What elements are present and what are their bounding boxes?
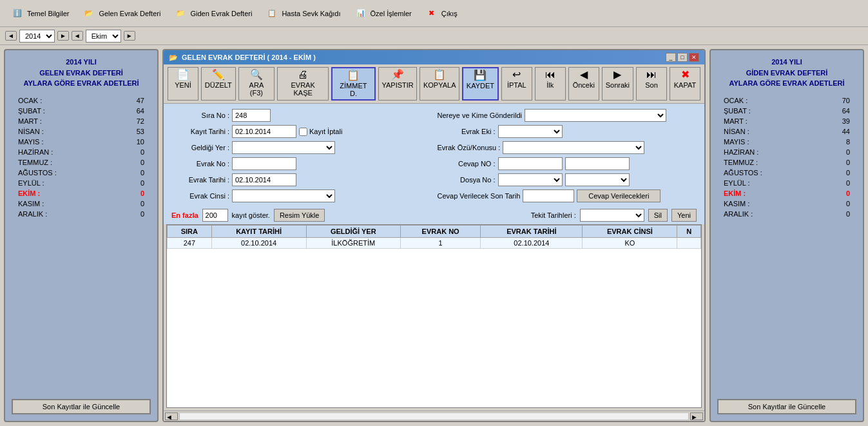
tool-ara[interactable]: 🔍 ARA (F3) bbox=[238, 67, 275, 101]
year-prev-btn[interactable]: ◄ bbox=[5, 31, 17, 41]
kayit-iptali-checkbox[interactable] bbox=[299, 128, 307, 136]
dosya-no-select1[interactable] bbox=[498, 173, 563, 186]
cevap-no-row: Cevap NO : bbox=[438, 157, 697, 170]
col-evrak-cinsi: EVRAK CİNSİ bbox=[583, 226, 677, 238]
table-header-row: SIRA KAYIT TARİHİ GELDİĞİ YER EVRAK NO E… bbox=[168, 226, 701, 238]
kayit-iptali-label: Kayıt İptali bbox=[299, 128, 342, 136]
right-month-item: MART :39 bbox=[717, 116, 856, 126]
tool-sonraki[interactable]: ▶ Sonraki bbox=[602, 67, 633, 101]
zimmet-icon: 📋 bbox=[347, 70, 360, 81]
evrak-ozu-select[interactable] bbox=[503, 141, 644, 154]
left-update-btn-container: Son Kayıtlar ile Güncelle bbox=[12, 392, 151, 414]
kayit-tarihi-input[interactable] bbox=[232, 125, 296, 138]
evrak-eki-row: Evrak Eki : bbox=[438, 125, 697, 138]
month-prev-btn[interactable]: ◄ bbox=[72, 31, 83, 41]
menu-hasta-sevk[interactable]: 📋 Hasta Sevk Kağıdı bbox=[260, 5, 345, 23]
geldigi-yer-row: Geldiği Yer : bbox=[171, 141, 431, 154]
geldigi-yer-select[interactable] bbox=[232, 141, 335, 154]
sira-no-input[interactable] bbox=[232, 109, 271, 122]
en-fazla-label: En fazla bbox=[171, 211, 198, 219]
kayit-goster-label: kayıt göster. bbox=[232, 211, 270, 219]
left-month-item: HAZİRAN :0 bbox=[12, 147, 151, 157]
evrak-tarihi-row: Evrak Tarihi : bbox=[171, 173, 431, 186]
table-row[interactable]: 247 02.10.2014 İLKÖĞRETİM 1 02.10.2014 K… bbox=[168, 238, 701, 249]
modal-title: GELEN EVRAK DEFTERİ ( 2014 - EKİM ) bbox=[182, 53, 316, 61]
save-icon: 💾 bbox=[474, 70, 487, 81]
tekit-label: Tekit Tarihleri : bbox=[531, 211, 576, 219]
menu-temel-bilgiler[interactable]: ℹ️ Temel Bilgiler bbox=[5, 5, 74, 23]
hscroll-track[interactable] bbox=[179, 412, 689, 420]
tool-iptal[interactable]: ↩ İPTAL bbox=[501, 67, 532, 101]
tool-evrak-kase[interactable]: 🖨 EVRAK KAŞE bbox=[277, 67, 329, 101]
chart-icon: 📊 bbox=[354, 6, 368, 21]
month-next-btn[interactable]: ► bbox=[124, 31, 135, 41]
tekit-select[interactable] bbox=[580, 209, 644, 222]
stamp-icon: 🖨 bbox=[298, 70, 308, 80]
right-month-item: ŞUBAT :64 bbox=[717, 106, 856, 116]
hscroll-left-btn[interactable]: ◄ bbox=[165, 412, 178, 420]
tool-kapat[interactable]: ✖ KAPAT bbox=[670, 67, 700, 101]
last-icon: ⏭ bbox=[646, 70, 657, 80]
tool-duzelt[interactable]: ✏️ DÜZELT bbox=[201, 67, 236, 101]
restore-btn[interactable]: □ bbox=[677, 53, 688, 62]
resim-yukle-btn[interactable]: Resim Yükle bbox=[274, 209, 325, 222]
cevap-no-input2[interactable] bbox=[565, 157, 630, 170]
left-month-item: ŞUBAT :64 bbox=[12, 106, 151, 116]
evrak-no-input[interactable] bbox=[232, 157, 296, 170]
folder-open-icon: 📂 bbox=[82, 6, 96, 21]
evrak-cinsi-select[interactable] bbox=[232, 189, 335, 202]
col-geldigi-yer: GELDİĞİ YER bbox=[306, 226, 400, 238]
tool-son[interactable]: ⏭ Son bbox=[636, 67, 667, 101]
sil-btn[interactable]: Sil bbox=[648, 209, 668, 222]
right-month-item: EYLÜL :0 bbox=[717, 178, 856, 188]
enfazla-tekit-row: En fazla kayıt göster. Resim Yükle Tekit… bbox=[164, 208, 704, 224]
dosya-no-select2[interactable] bbox=[565, 173, 630, 186]
modal-title-icon: 📂 bbox=[169, 53, 178, 62]
dosya-no-label: Dosya No : bbox=[438, 176, 496, 184]
evrak-cinsi-row: Evrak Cinsi : bbox=[171, 189, 431, 202]
main-area: 2014 YILI GELEN EVRAK DEFTERİ AYLARA GÖR… bbox=[0, 45, 868, 426]
left-month-item: EKİM :0 bbox=[12, 188, 151, 198]
hscroll-right-btn[interactable]: ► bbox=[690, 412, 703, 420]
nereye-row: Nereye ve Kime Gönderildi bbox=[438, 109, 697, 122]
evrak-eki-select[interactable] bbox=[498, 125, 563, 138]
hscroll-bar[interactable]: ◄ ► bbox=[164, 411, 704, 421]
en-fazla-input[interactable] bbox=[202, 209, 228, 222]
left-months-list: OCAK :47ŞUBAT :64MART :72NİSAN :53MAYIS … bbox=[12, 95, 151, 219]
tool-yeni[interactable]: 📄 YENİ bbox=[168, 67, 198, 101]
tool-yapistir[interactable]: 📌 YAPISTIR bbox=[378, 67, 418, 101]
nereye-select[interactable] bbox=[525, 109, 666, 122]
folder-icon: 📁 bbox=[173, 6, 188, 21]
left-month-item: NİSAN :53 bbox=[12, 126, 151, 137]
cevap-verilecekleri-btn[interactable]: Cevap Verilecekleri bbox=[577, 189, 661, 202]
month-select[interactable]: Ekim bbox=[86, 30, 121, 43]
exit-icon: ✖ bbox=[425, 6, 439, 21]
tool-ilk[interactable]: ⏮ İlk bbox=[535, 67, 566, 101]
right-month-item: MAYIS :8 bbox=[717, 137, 856, 147]
tool-kaydet[interactable]: 💾 KAYDET bbox=[462, 67, 499, 101]
new-doc-icon: 📄 bbox=[177, 70, 189, 80]
menu-cikis[interactable]: ✖ Çıkış bbox=[420, 5, 463, 23]
tool-onceki[interactable]: ◀ Önceki bbox=[568, 67, 599, 101]
right-update-btn[interactable]: Son Kayıtlar ile Güncelle bbox=[717, 399, 856, 414]
evrak-tarihi-input[interactable] bbox=[232, 173, 296, 186]
cevap-son-tarih-input[interactable] bbox=[523, 189, 574, 202]
minimize-btn[interactable]: _ bbox=[666, 53, 676, 62]
col-evrak-tarihi: EVRAK TARİHİ bbox=[481, 226, 583, 238]
close-btn[interactable]: ✕ bbox=[689, 53, 699, 62]
menu-giden-evrak[interactable]: 📁 Giden Evrak Defteri bbox=[168, 5, 257, 23]
menu-gelen-evrak[interactable]: 📂 Gelen Evrak Defteri bbox=[77, 5, 166, 23]
yeni-tekit-btn[interactable]: Yeni bbox=[671, 209, 697, 222]
menu-ozel-islemler[interactable]: 📊 Özel İşlemler bbox=[349, 5, 417, 23]
year-next-btn[interactable]: ► bbox=[57, 31, 69, 41]
year-select[interactable]: 2014 bbox=[19, 30, 55, 43]
left-update-btn[interactable]: Son Kayıtlar ile Güncelle bbox=[12, 399, 151, 414]
cevap-son-tarih-label: Cevap Verilecek Son Tarih bbox=[438, 192, 521, 200]
right-update-btn-container: Son Kayıtlar ile Güncelle bbox=[717, 392, 856, 414]
search-icon: 🔍 bbox=[250, 70, 263, 80]
kayit-tarihi-row: Kayıt Tarihi : Kayıt İptali bbox=[171, 125, 431, 138]
sira-no-label: Sıra No : bbox=[171, 111, 229, 119]
tool-kopyala[interactable]: 📋 KOPYALA bbox=[420, 67, 459, 101]
cevap-no-input1[interactable] bbox=[498, 157, 563, 170]
tool-zimmet[interactable]: 📋 ZİMMET D. bbox=[331, 67, 376, 101]
